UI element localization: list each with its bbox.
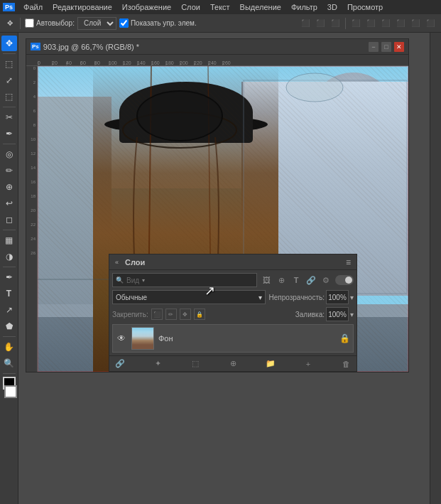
ruler-v-24: 24 xyxy=(26,237,37,251)
layers-search-row: 🔍 Вид ▾ 🖼 ⊕ T 🔗 ⚙ xyxy=(112,273,354,287)
quick-select-btn[interactable]: ⬚ xyxy=(1,89,17,104)
align-left-btn[interactable]: ⬛ xyxy=(299,17,312,30)
tool-sep-5 xyxy=(3,267,16,267)
opacity-dropdown-icon[interactable]: ▾ xyxy=(350,294,354,301)
ruler-v-2: 2 xyxy=(26,80,37,95)
align-right-btn[interactable]: ⬛ xyxy=(329,17,342,30)
search-dropdown-icon[interactable]: ▾ xyxy=(142,277,145,284)
distribute-3-btn[interactable]: ⬛ xyxy=(379,17,392,30)
distribute-6-btn[interactable]: ⬛ xyxy=(424,17,437,30)
eyedropper-btn[interactable]: ✒ xyxy=(1,126,17,141)
lasso-btn[interactable]: ⤢ xyxy=(1,73,17,88)
ruler-v-22: 22 xyxy=(26,222,37,237)
spot-heal-btn[interactable]: ◎ xyxy=(1,146,17,162)
gradient-btn[interactable]: ▦ xyxy=(1,232,17,248)
filter-shape-btn[interactable]: 🔗 xyxy=(305,274,317,286)
layer-visibility-toggle[interactable]: 👁 xyxy=(116,333,127,344)
filter-pixel-btn[interactable]: 🖼 xyxy=(260,274,273,286)
add-group-btn[interactable]: 📁 xyxy=(264,358,277,370)
path-select-btn[interactable]: ↗ xyxy=(1,302,17,318)
layers-blend-row: Обычные ▾ Непрозрачность: 100% ▾ xyxy=(112,290,354,304)
layer-select[interactable]: Слой xyxy=(77,17,116,30)
lock-position-btn[interactable]: ✏ xyxy=(165,309,177,320)
brush-btn[interactable]: ✏ xyxy=(1,163,17,178)
blend-mode-select[interactable]: Обычные ▾ xyxy=(112,290,266,304)
background-color[interactable] xyxy=(4,385,17,398)
pen-btn[interactable]: ✒ xyxy=(1,269,17,285)
clone-btn[interactable]: ⊕ xyxy=(1,179,17,195)
document-window: Ps 903.jpg @ 66,7% (RGB/8) * − □ ✕ 0 20 … xyxy=(26,38,409,372)
crop-btn[interactable]: ✂ xyxy=(1,109,17,125)
text-btn[interactable]: T xyxy=(1,286,17,301)
layer-item-background[interactable]: 👁 Фон 🔒 xyxy=(112,324,354,353)
distribute-1-btn[interactable]: ⬛ xyxy=(349,17,362,30)
ruler-mark-80: 80 xyxy=(94,60,109,65)
hand-btn[interactable]: ✋ xyxy=(1,339,17,355)
add-style-btn[interactable]: ✦ xyxy=(151,358,164,370)
menu-view[interactable]: Просмотр xyxy=(343,2,387,12)
dodge-btn[interactable]: ◑ xyxy=(1,249,17,264)
add-layer-btn[interactable]: + xyxy=(302,358,315,370)
menu-image[interactable]: Изображение xyxy=(118,2,175,12)
move-mode-btn[interactable]: ✥ xyxy=(4,18,16,28)
eraser-btn[interactable]: ◻ xyxy=(1,212,17,227)
distribute-5-btn[interactable]: ⬛ xyxy=(409,17,422,30)
lock-all-btn[interactable]: 🔒 xyxy=(194,309,205,320)
show-controls-checkbox[interactable] xyxy=(119,18,129,28)
distribute-4-btn[interactable]: ⬛ xyxy=(394,17,407,30)
align-center-btn[interactable]: ⬛ xyxy=(314,17,327,30)
ruler-v-26: 26 xyxy=(26,251,37,265)
menu-filter[interactable]: Фильтр xyxy=(287,2,322,12)
autoselect-checkbox[interactable] xyxy=(25,18,34,28)
opacity-value[interactable]: 100% xyxy=(326,290,349,304)
menu-text[interactable]: Текст xyxy=(206,2,234,12)
zoom-btn[interactable]: 🔍 xyxy=(1,355,17,371)
rectangular-marquee-btn[interactable]: ⬚ xyxy=(1,56,17,72)
panel-collapse-btn[interactable]: « xyxy=(115,259,122,266)
layer-name: Фон xyxy=(158,334,335,343)
document-content: 0 2 4 6 8 10 12 14 16 18 20 22 24 26 xyxy=(26,66,408,372)
doc-maximize-btn[interactable]: □ xyxy=(381,42,391,52)
menu-edit[interactable]: Редактирование xyxy=(48,2,116,12)
doc-minimize-btn[interactable]: − xyxy=(369,42,379,52)
layers-panel-body: 🔍 Вид ▾ 🖼 ⊕ T 🔗 ⚙ xyxy=(109,270,356,355)
ruler-mark-260: 260 xyxy=(222,60,236,65)
menu-select[interactable]: Выделение xyxy=(236,2,285,12)
ruler-v-16: 16 xyxy=(26,180,37,194)
menu-layers[interactable]: Слои xyxy=(177,2,205,12)
link-layers-btn[interactable]: 🔗 xyxy=(114,358,126,370)
tool-sep-1 xyxy=(3,53,16,54)
lock-pixels-btn[interactable]: ⬛ xyxy=(151,309,163,320)
filter-toggle[interactable] xyxy=(335,275,354,285)
layers-search-box[interactable]: 🔍 Вид ▾ xyxy=(112,273,257,287)
move-tool-btn[interactable]: ✥ xyxy=(1,36,17,51)
lock-artboards-btn[interactable]: ✥ xyxy=(180,309,191,320)
filter-text-btn[interactable]: T xyxy=(290,274,303,286)
add-mask-btn[interactable]: ⬚ xyxy=(189,358,202,370)
fill-dropdown-icon[interactable]: ▾ xyxy=(350,311,354,318)
canvas-area[interactable]: « Слои ≡ 🔍 Вид ▾ xyxy=(38,66,408,372)
shape-btn[interactable]: ⬟ xyxy=(1,318,17,334)
ruler-v-20: 20 xyxy=(26,208,37,222)
fill-value[interactable]: 100% xyxy=(326,307,349,321)
filter-smart-btn[interactable]: ⚙ xyxy=(320,274,332,286)
ruler-left: 0 2 4 6 8 10 12 14 16 18 20 22 24 26 xyxy=(26,66,38,372)
distribute-2-btn[interactable]: ⬛ xyxy=(364,17,377,30)
ruler-mark-100: 100 xyxy=(109,60,123,65)
filter-toggle-knob xyxy=(345,277,352,284)
layers-bottom-bar: 🔗 ✦ ⬚ ⊕ 📁 + 🗑 xyxy=(109,355,356,371)
doc-close-btn[interactable]: ✕ xyxy=(394,42,404,52)
history-brush-btn[interactable]: ↩ xyxy=(1,195,17,211)
menu-3d[interactable]: 3D xyxy=(323,2,342,12)
ruler-top-marks: 0 20 40 60 80 100 120 140 160 180 200 22… xyxy=(38,55,236,65)
menu-file[interactable]: Файл xyxy=(19,2,47,12)
opacity-label: Непрозрачность: xyxy=(268,294,325,301)
layers-lock-row: Закрепить: ⬛ ✏ ✥ 🔒 Заливка: 100% ▾ xyxy=(112,307,354,321)
filter-adjust-btn[interactable]: ⊕ xyxy=(275,274,288,286)
add-adjustment-btn[interactable]: ⊕ xyxy=(227,358,239,370)
layers-panel-menu-btn[interactable]: ≡ xyxy=(346,257,351,267)
delete-layer-btn[interactable]: 🗑 xyxy=(339,358,352,370)
ruler-mark-40: 40 xyxy=(66,60,80,65)
autoselect-text: Автовыбор: xyxy=(36,19,75,27)
autoselect-label: Автовыбор: xyxy=(25,18,75,28)
